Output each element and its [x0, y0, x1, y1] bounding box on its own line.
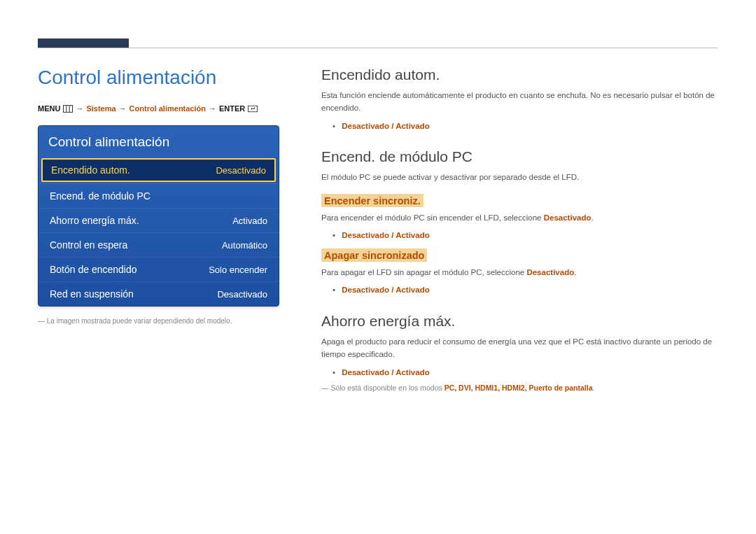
osd-row-label: Botón de encendido — [50, 264, 137, 275]
osd-panel: Control alimentación Encendido autom. De… — [38, 125, 279, 307]
section-title: Encendido autom. — [321, 66, 718, 83]
option-values: Desactivado / Activado — [321, 119, 718, 134]
osd-row-value: Solo encender — [209, 265, 267, 275]
breadcrumb-seg-sistema: Sistema — [86, 104, 115, 113]
osd-row-label: Encend. de módulo PC — [50, 190, 150, 202]
breadcrumb-seg-control: Control alimentación — [130, 104, 206, 113]
breadcrumb-arrow: → — [209, 104, 216, 113]
menu-grid-icon — [63, 105, 73, 113]
footnote-modes: PC, DVI, HDMI1, HDMI2, Puerto de pantall… — [444, 384, 593, 392]
osd-row-value: Activado — [232, 216, 267, 226]
breadcrumb-menu-label: MENU — [38, 104, 60, 113]
option-values: Desactivado / Activado — [321, 365, 718, 380]
osd-row-control-espera[interactable]: Control en espera Automático — [38, 232, 279, 257]
option-values: Desactivado / Activado — [321, 283, 718, 297]
section-title: Encend. de módulo PC — [321, 148, 718, 165]
osd-row-value: Desactivado — [217, 289, 267, 300]
section-encend-modulo-pc: Encend. de módulo PC El módulo PC se pue… — [321, 148, 718, 297]
page-title: Control alimentación — [38, 66, 279, 89]
breadcrumb-arrow: → — [76, 104, 83, 113]
breadcrumb-enter-label: ENTER — [219, 104, 245, 113]
osd-row-encendido-autom[interactable]: Encendido autom. Desactivado — [41, 158, 276, 182]
section-description: El módulo PC se puede activar y desactiv… — [321, 171, 718, 183]
subsection-encender-sincroniz: Encender sincroniz. Para encender el mód… — [321, 188, 718, 243]
osd-row-label: Encendido autom. — [51, 164, 130, 176]
section-encendido-autom: Encendido autom. Esta función enciende a… — [321, 66, 718, 133]
section-title: Ahorro energía máx. — [321, 313, 718, 330]
osd-row-ahorro-energia[interactable]: Ahorro energía máx. Activado — [38, 208, 279, 232]
osd-row-red-suspension[interactable]: Red en suspensión Desactivado — [38, 281, 279, 306]
osd-row-label: Red en suspensión — [50, 288, 134, 300]
option-values: Desactivado / Activado — [321, 228, 718, 243]
action-word: Desactivado — [526, 268, 574, 276]
osd-row-encend-modulo-pc[interactable]: Encend. de módulo PC — [38, 183, 279, 208]
osd-row-label: Ahorro energía máx. — [50, 215, 139, 226]
page-header-mark — [38, 38, 129, 48]
subsection-title: Apagar sincronizado — [321, 248, 427, 262]
osd-row-label: Control en espera — [50, 239, 127, 251]
action-word: Desactivado — [544, 213, 592, 222]
section-footnote: Sólo está disponible en los modos PC, DV… — [321, 382, 718, 394]
subsection-description: Para apagar el LFD sin apagar el módulo … — [321, 266, 718, 279]
subsection-description: Para encender el módulo PC sin encender … — [321, 211, 718, 224]
page-header-rule — [38, 48, 718, 48]
section-description: Esta función enciende automáticamente el… — [321, 89, 718, 115]
osd-row-value: Automático — [222, 240, 267, 251]
osd-row-value: Desactivado — [216, 165, 266, 176]
svg-rect-0 — [64, 105, 73, 112]
osd-row-boton-encendido[interactable]: Botón de encendido Solo encender — [38, 257, 279, 281]
subsection-apagar-sincronizado: Apagar sincronizado Para apagar el LFD s… — [321, 243, 718, 297]
subsection-title: Encender sincroniz. — [321, 194, 424, 207]
section-ahorro-energia: Ahorro energía máx. Apaga el producto pa… — [321, 313, 718, 394]
osd-footnote: La imagen mostrada puede variar dependie… — [38, 316, 279, 326]
breadcrumb-arrow: → — [119, 104, 127, 113]
enter-icon — [248, 105, 258, 113]
breadcrumb: MENU → Sistema → Control alimentación → … — [38, 104, 279, 113]
osd-header: Control alimentación — [38, 126, 279, 157]
section-description: Apaga el producto para reducir el consum… — [321, 335, 718, 361]
